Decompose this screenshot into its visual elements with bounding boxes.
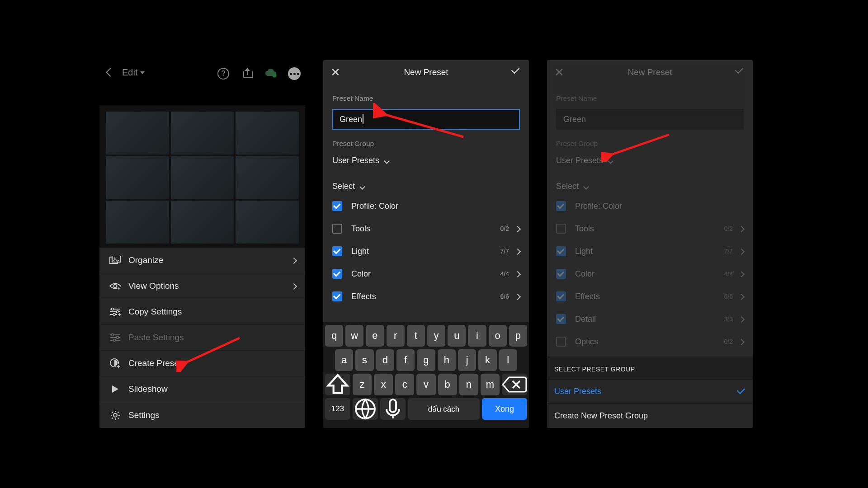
preset-name-label: Preset Name	[323, 84, 529, 105]
chevron-down-icon	[385, 156, 389, 165]
key-n[interactable]: n	[459, 374, 478, 395]
option-row[interactable]: Detail3/3	[552, 308, 748, 330]
option-row[interactable]: Profile: Color	[328, 195, 524, 217]
photo-thumb[interactable]	[236, 112, 299, 155]
menu-create-preset[interactable]: Create Preset	[99, 351, 305, 376]
checkbox[interactable]	[332, 224, 342, 234]
option-row[interactable]: Profile: Color	[552, 195, 748, 217]
space-key[interactable]: dấu cách	[408, 398, 480, 420]
option-label: Effects	[351, 292, 376, 301]
key-l[interactable]: l	[499, 349, 517, 371]
share-icon[interactable]	[241, 68, 253, 80]
key-d[interactable]: d	[376, 349, 394, 371]
checkbox[interactable]	[556, 201, 566, 211]
checkbox[interactable]	[556, 291, 566, 301]
key-x[interactable]: x	[374, 374, 393, 395]
preset-name-input[interactable]: Green	[556, 109, 744, 130]
key-b[interactable]: b	[438, 374, 457, 395]
globe-key[interactable]	[353, 398, 378, 420]
select-dropdown[interactable]: Select	[547, 165, 753, 191]
menu-settings[interactable]: Settings	[99, 402, 305, 428]
key-k[interactable]: k	[478, 349, 496, 371]
key-h[interactable]: h	[438, 349, 456, 371]
option-row[interactable]: Effects6/6	[552, 285, 748, 308]
preset-group-dropdown[interactable]: User Presets	[547, 150, 753, 165]
close-icon[interactable]: ✕	[554, 66, 564, 78]
preset-name-input[interactable]: Green	[332, 109, 520, 130]
mic-key[interactable]	[380, 398, 406, 420]
done-key[interactable]: Xong	[482, 398, 527, 420]
photo-thumb[interactable]	[106, 112, 169, 155]
checkbox[interactable]	[556, 246, 566, 256]
option-row[interactable]: Tools0/2	[552, 217, 748, 240]
select-dropdown[interactable]: Select	[323, 165, 529, 191]
more-icon[interactable]	[288, 67, 301, 80]
chevron-right-icon	[739, 269, 744, 279]
photo-thumb[interactable]	[171, 156, 234, 199]
key-s[interactable]: s	[355, 349, 373, 371]
chevron-right-icon	[515, 224, 520, 234]
photo-thumb[interactable]	[171, 112, 234, 155]
checkbox[interactable]	[332, 291, 342, 301]
checkbox[interactable]	[556, 224, 566, 234]
help-icon[interactable]: ?	[217, 68, 229, 80]
page-title[interactable]: Edit	[122, 66, 145, 78]
backspace-key[interactable]	[502, 374, 527, 395]
checkbox[interactable]	[332, 269, 342, 279]
option-label: Color	[575, 269, 594, 279]
photo-thumb[interactable]	[236, 156, 299, 199]
preset-group-label: Preset Group	[323, 130, 529, 150]
key-w[interactable]: w	[345, 325, 363, 347]
cloud-sync-icon[interactable]	[264, 68, 276, 80]
option-row[interactable]: Color4/4	[328, 263, 524, 285]
confirm-icon[interactable]	[512, 67, 522, 77]
option-row[interactable]: Color4/4	[552, 263, 748, 285]
key-p[interactable]: p	[509, 325, 527, 347]
menu-organize[interactable]: Organize	[99, 248, 305, 273]
key-y[interactable]: y	[427, 325, 445, 347]
numbers-key[interactable]: 123	[325, 398, 350, 420]
key-f[interactable]: f	[396, 349, 415, 371]
back-icon[interactable]	[104, 67, 115, 78]
photo-grid	[99, 105, 305, 250]
group-option-selected[interactable]: User Presets	[547, 379, 753, 404]
checkbox[interactable]	[556, 314, 566, 324]
key-m[interactable]: m	[481, 374, 500, 395]
option-row[interactable]: Light7/7	[328, 240, 524, 263]
photo-thumb[interactable]	[106, 156, 169, 199]
photo-thumb[interactable]	[106, 201, 169, 244]
photo-thumb[interactable]	[236, 201, 299, 244]
key-a[interactable]: a	[335, 349, 353, 371]
menu-view-options[interactable]: View Options	[99, 273, 305, 299]
checkbox[interactable]	[556, 269, 566, 279]
menu-copy-settings[interactable]: Copy Settings	[99, 299, 305, 325]
svg-point-4	[114, 285, 117, 288]
close-icon[interactable]: ✕	[330, 66, 340, 78]
key-q[interactable]: q	[325, 325, 343, 347]
option-row[interactable]: Optics0/2	[552, 330, 748, 353]
key-e[interactable]: e	[366, 325, 384, 347]
key-o[interactable]: o	[489, 325, 507, 347]
option-row[interactable]: Effects6/6	[328, 285, 524, 308]
shift-key[interactable]	[325, 374, 350, 395]
key-v[interactable]: v	[416, 374, 435, 395]
key-z[interactable]: z	[353, 374, 372, 395]
key-u[interactable]: u	[448, 325, 466, 347]
option-row[interactable]: Tools0/2	[328, 217, 524, 240]
checkbox[interactable]	[556, 337, 566, 347]
menu-slideshow[interactable]: Slideshow	[99, 376, 305, 402]
key-c[interactable]: c	[395, 374, 414, 395]
key-i[interactable]: i	[468, 325, 486, 347]
preset-group-dropdown[interactable]: User Presets	[323, 150, 529, 165]
checkbox[interactable]	[332, 246, 342, 256]
confirm-icon[interactable]	[736, 67, 745, 77]
checkbox[interactable]	[332, 201, 342, 211]
group-option-create[interactable]: Create New Preset Group	[547, 404, 753, 428]
key-j[interactable]: j	[458, 349, 476, 371]
key-g[interactable]: g	[417, 349, 435, 371]
photo-thumb[interactable]	[171, 201, 234, 244]
key-t[interactable]: t	[407, 325, 425, 347]
option-row[interactable]: Light7/7	[552, 240, 748, 263]
chevron-right-icon	[515, 269, 520, 279]
key-r[interactable]: r	[387, 325, 405, 347]
